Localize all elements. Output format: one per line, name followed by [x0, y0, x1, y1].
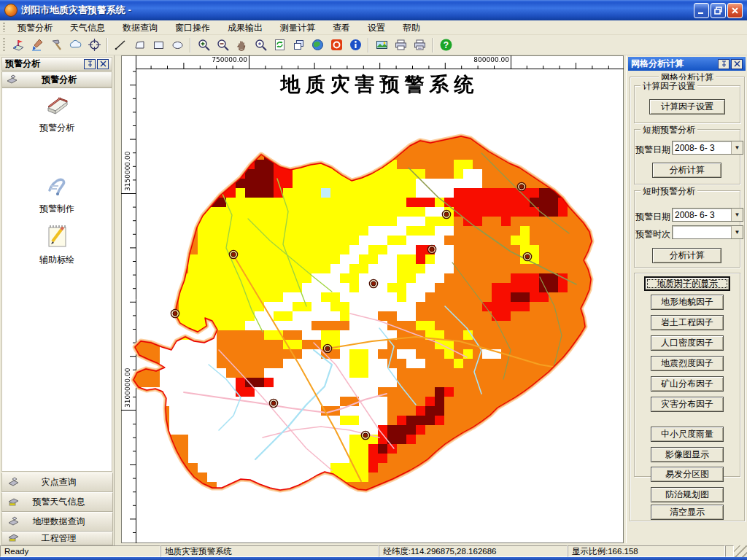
toolbar-separator: [368, 38, 369, 52]
menu-help[interactable]: 帮助: [394, 20, 429, 35]
section-warning-weather-info[interactable]: 预警天气信息: [1, 492, 113, 512]
short-time-period-combo[interactable]: ▼: [672, 225, 743, 239]
locate-crosshair-button[interactable]: [85, 36, 103, 54]
weather-tool-icon: [7, 495, 20, 509]
svg-text:?: ?: [443, 40, 448, 50]
refresh-view-icon: [273, 38, 287, 52]
item-label: 预警分析: [2, 122, 112, 134]
terrain-factor-button[interactable]: 地形地貌因子: [651, 295, 724, 310]
globe-button[interactable]: [309, 36, 326, 54]
section-geo-data-query[interactable]: 地理数据查询: [1, 512, 113, 532]
right-panel-titlebar: 网格分析计算: [628, 57, 746, 71]
left-panel-items: 预警分析 预警制作 辅助标绘: [1, 88, 112, 472]
population-factor-button[interactable]: 人口密度因子: [651, 335, 724, 351]
right-panel-pin-button[interactable]: [718, 59, 729, 69]
geology-factor-display-button[interactable]: 地质因子的显示: [644, 276, 730, 291]
chevron-down-icon[interactable]: ▼: [731, 141, 743, 154]
short-term-date-combo[interactable]: 2008- 6- 3 ▼: [672, 141, 743, 155]
restore-button[interactable]: [711, 3, 726, 18]
minimize-icon: [697, 7, 705, 15]
zoom-in-button[interactable]: [195, 36, 212, 54]
susceptibility-zone-button[interactable]: 易发分区图: [651, 467, 724, 482]
toolbar-separator: [432, 38, 433, 52]
chevron-down-icon[interactable]: ▼: [731, 226, 743, 238]
cloud-button[interactable]: [66, 36, 84, 54]
section-label: 灾点查询: [23, 476, 95, 489]
map-image-button[interactable]: [373, 36, 390, 54]
menu-window-ops[interactable]: 窗口操作: [166, 20, 219, 35]
menu-bar: 预警分析 天气信息 数据查询 窗口操作 成果输出 测量计算 查看 设置 帮助: [0, 20, 747, 35]
warning-map-button[interactable]: [9, 36, 27, 54]
app-icon: [4, 4, 18, 17]
status-ready: Ready: [0, 545, 160, 557]
menu-measure[interactable]: 测量计算: [271, 20, 324, 35]
window-bottom-border: [0, 557, 747, 560]
prevention-plan-button[interactable]: 防治规划图: [651, 487, 724, 502]
menu-settings[interactable]: 设置: [359, 20, 394, 35]
item-warning-make[interactable]: 预警制作: [2, 171, 112, 215]
toolbar-grip[interactable]: [3, 38, 5, 52]
close-button[interactable]: [727, 3, 743, 18]
right-panel-close-button[interactable]: [731, 59, 743, 69]
short-time-date-combo[interactable]: 2008- 6- 3 ▼: [672, 208, 743, 222]
left-panel-pin-button[interactable]: [84, 59, 96, 69]
layers-button[interactable]: [290, 36, 307, 54]
stop-clear-button[interactable]: [328, 36, 345, 54]
notepad-icon: [42, 221, 71, 252]
help-button[interactable]: ?: [437, 36, 454, 54]
short-term-analyze-button[interactable]: 分析计算: [652, 163, 721, 178]
paint-brush-icon: [31, 38, 44, 52]
geotech-factor-button[interactable]: 岩土工程因子: [651, 315, 724, 330]
chevron-down-icon[interactable]: ▼: [731, 209, 743, 221]
left-panel-titlebar: 预警分析: [1, 57, 112, 71]
menu-view[interactable]: 查看: [324, 20, 359, 35]
map-image-icon: [375, 38, 389, 52]
section-project-management[interactable]: 工程管理: [1, 532, 113, 545]
clear-display-button[interactable]: 清空显示: [651, 505, 724, 520]
menu-warning-analysis[interactable]: 预警分析: [9, 20, 61, 35]
hammer-button[interactable]: [47, 36, 65, 54]
print-preview-button[interactable]: [411, 36, 428, 54]
zoom-window-button[interactable]: [252, 36, 269, 54]
draw-ellipse-button[interactable]: [169, 36, 186, 54]
pan-hand-button[interactable]: [233, 36, 250, 54]
image-display-button[interactable]: 影像图显示: [651, 447, 724, 462]
disaster-factor-button[interactable]: 灾害分布因子: [651, 397, 724, 412]
hammer-icon: [50, 38, 63, 52]
map-canvas[interactable]: [121, 55, 624, 543]
paint-brush-button[interactable]: [28, 36, 46, 54]
left-panel-group-label: 预警分析: [21, 74, 97, 86]
short-term-group-label: 短期预警分析: [640, 124, 697, 136]
close-icon: [100, 61, 107, 67]
menu-grip[interactable]: [3, 23, 5, 32]
draw-polygon-icon: [133, 38, 147, 52]
left-panel-close-button[interactable]: [97, 59, 109, 69]
seismic-factor-button[interactable]: 地震烈度因子: [651, 356, 724, 371]
item-warning-analysis[interactable]: 预警分析: [2, 90, 112, 134]
calc-factor-settings-button[interactable]: 计算因子设置: [649, 99, 725, 114]
draw-ellipse-icon: [171, 38, 185, 52]
short-time-analyze-button[interactable]: 分析计算: [652, 248, 721, 263]
cloud-icon: [69, 38, 82, 52]
item-aux-plot[interactable]: 辅助标绘: [2, 221, 112, 266]
draw-rectangle-button[interactable]: [150, 36, 167, 54]
section-disaster-point-query[interactable]: 灾点查询: [1, 472, 113, 492]
resize-grip[interactable]: [734, 545, 747, 557]
refresh-view-button[interactable]: [271, 36, 288, 54]
draw-line-button[interactable]: [112, 36, 129, 54]
status-bar: Ready 地质灾害预警系统 经纬度:114.296875,28.162686 …: [0, 545, 747, 557]
short-time-date-value: 2008- 6- 3: [673, 210, 731, 220]
menu-data-query[interactable]: 数据查询: [114, 20, 166, 35]
right-panel: 网格分析计算 网格分析计算 计算因子设置 计算因子设置 短期预警分析 预警日期 …: [626, 55, 747, 543]
left-panel-group-header[interactable]: 预警分析: [1, 71, 112, 88]
info-button[interactable]: [347, 36, 364, 54]
minimize-button[interactable]: [694, 3, 709, 18]
print-button[interactable]: [392, 36, 409, 54]
meso-rainfall-button[interactable]: 中小尺度雨量: [651, 427, 724, 442]
draw-polygon-button[interactable]: [131, 36, 148, 54]
menu-output[interactable]: 成果输出: [219, 20, 271, 35]
zoom-out-button[interactable]: [214, 36, 231, 54]
zoom-out-icon: [216, 38, 230, 52]
mine-factor-button[interactable]: 矿山分布因子: [651, 376, 724, 392]
menu-weather-info[interactable]: 天气信息: [61, 20, 114, 35]
